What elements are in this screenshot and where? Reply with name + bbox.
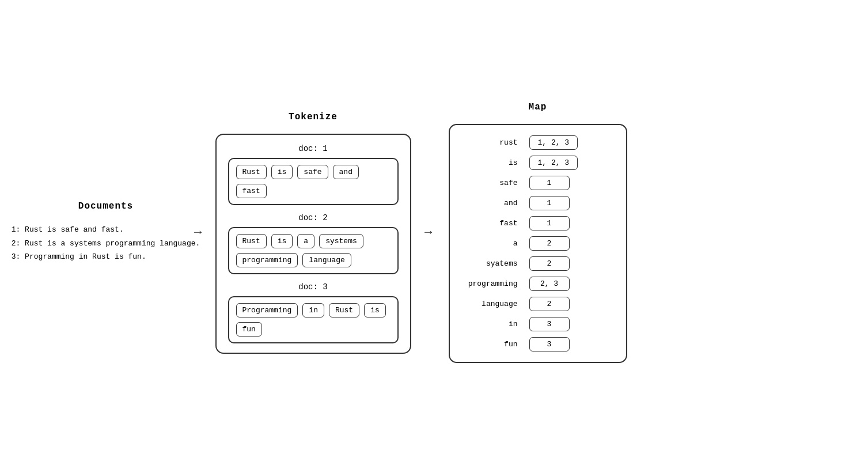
token-fast-1: fast (236, 184, 267, 198)
map-value-is: 1, 2, 3 (529, 156, 578, 170)
map-key-programming: programming (466, 279, 518, 288)
token-is-1: is (271, 165, 293, 179)
documents-text: 1: Rust is safe and fast. 2: Rust is a s… (12, 223, 200, 263)
token-language-2: language (302, 253, 351, 267)
token-fun-3: fun (236, 322, 262, 337)
token-is-2: is (271, 234, 293, 248)
documents-column: Documents 1: Rust is safe and fast. 2: R… (31, 201, 181, 263)
tokenize-column: Tokenize doc: 1 Rust is safe and fast do… (215, 112, 411, 354)
map-value-safe: 1 (529, 176, 570, 190)
map-key-fun: fun (466, 340, 518, 349)
doc-section-1: doc: 1 Rust is safe and fast (228, 144, 399, 205)
map-key-a: a (466, 239, 518, 248)
documents-title: Documents (78, 201, 133, 211)
token-programming-3: Programming (236, 303, 298, 317)
map-row-is: is 1, 2, 3 (466, 156, 610, 170)
map-key-and: and (466, 199, 518, 207)
token-in-3: in (302, 303, 324, 317)
token-programming-2: programming (236, 253, 298, 267)
token-rust-2: Rust (236, 234, 267, 248)
token-safe-1: safe (297, 165, 328, 179)
tokens-box-1: Rust is safe and fast (228, 158, 399, 205)
map-row-syatems: syatems 2 (466, 256, 610, 271)
arrow-2: → (411, 225, 446, 240)
map-value-a: 2 (529, 236, 570, 251)
map-key-language: language (466, 300, 518, 308)
map-value-rust: 1, 2, 3 (529, 135, 578, 150)
map-key-is: is (466, 158, 518, 167)
doc-section-2: doc: 2 Rust is a systems programming lan… (228, 213, 399, 274)
token-a-2: a (297, 234, 314, 248)
token-systems-2: systems (319, 234, 363, 248)
diagram: Documents 1: Rust is safe and fast. 2: R… (31, 102, 837, 363)
map-key-rust: rust (466, 138, 518, 147)
tokens-box-3: Programming in Rust is fun (228, 296, 399, 343)
map-outer-box: rust 1, 2, 3 is 1, 2, 3 safe 1 and 1 fas… (449, 124, 627, 363)
map-key-fast: fast (466, 219, 518, 228)
map-key-in: in (466, 320, 518, 328)
map-value-fast: 1 (529, 216, 570, 230)
arrow-1: → (181, 225, 215, 240)
map-row-language: language 2 (466, 297, 610, 311)
map-row-and: and 1 (466, 196, 610, 210)
map-value-in: 3 (529, 317, 570, 331)
map-row-a: a 2 (466, 236, 610, 251)
map-value-syatems: 2 (529, 256, 570, 271)
map-key-safe: safe (466, 179, 518, 187)
doc-section-3: doc: 3 Programming in Rust is fun (228, 282, 399, 343)
token-rust-3: Rust (329, 303, 359, 317)
map-row-programming: programming 2, 3 (466, 277, 610, 291)
map-row-safe: safe 1 (466, 176, 610, 190)
map-value-programming: 2, 3 (529, 277, 570, 291)
map-value-language: 2 (529, 297, 570, 311)
doc-label-3: doc: 3 (298, 282, 327, 292)
tokenize-title: Tokenize (289, 112, 338, 122)
map-key-syatems: syatems (466, 259, 518, 268)
map-value-fun: 3 (529, 337, 570, 351)
map-row-rust: rust 1, 2, 3 (466, 135, 610, 150)
tokenize-outer-box: doc: 1 Rust is safe and fast doc: 2 Rust… (215, 134, 411, 354)
map-row-fast: fast 1 (466, 216, 610, 230)
doc-label-1: doc: 1 (298, 144, 327, 153)
token-is-3: is (364, 303, 386, 317)
token-rust-1: Rust (236, 165, 267, 179)
map-value-and: 1 (529, 196, 570, 210)
doc-label-2: doc: 2 (298, 213, 327, 222)
map-title: Map (529, 102, 547, 112)
token-and-1: and (333, 165, 359, 179)
map-column: Map rust 1, 2, 3 is 1, 2, 3 safe 1 and 1… (446, 102, 630, 363)
map-row-in: in 3 (466, 317, 610, 331)
map-row-fun: fun 3 (466, 337, 610, 351)
tokens-box-2: Rust is a systems programming language (228, 227, 399, 274)
